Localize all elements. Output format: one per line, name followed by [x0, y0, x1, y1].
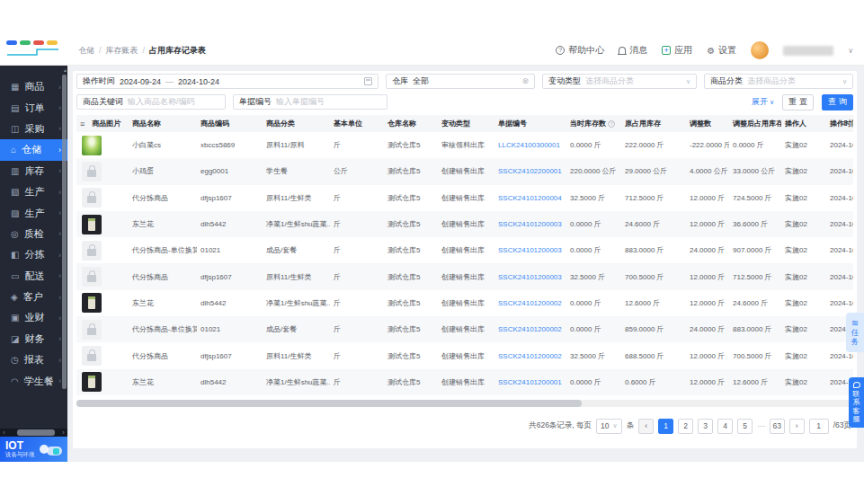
- sidebar-item-label: 生产: [24, 185, 44, 199]
- sidebar-scrollbar[interactable]: [62, 75, 67, 389]
- sidebar-item-delivery[interactable]: ▭配送›: [0, 266, 67, 287]
- hscroll-thumb[interactable]: [17, 429, 55, 436]
- settings-button[interactable]: ⚙ 设置: [707, 44, 736, 57]
- page-button[interactable]: 63: [770, 419, 785, 434]
- tasks-widget[interactable]: ≋ 任务: [846, 313, 864, 352]
- cell-name: 代分拣商品-单位换算: [129, 245, 197, 255]
- product-image: [82, 346, 102, 366]
- cell-cat: 原料11/生鲜类: [263, 272, 330, 282]
- reset-button[interactable]: 重置: [782, 94, 814, 111]
- avatar[interactable]: [751, 41, 769, 59]
- cell-cur: 0.0000 斤: [566, 298, 621, 308]
- cell-after: 0.0000 斤: [729, 140, 781, 150]
- sidebar-scroll-up-icon[interactable]: ▴: [64, 66, 67, 73]
- sidebar-item-quality[interactable]: ◎质检›: [0, 224, 67, 244]
- apps-button[interactable]: + 应用: [662, 44, 692, 57]
- sidebar-item-production[interactable]: ▧生产›: [0, 181, 67, 202]
- calendar-icon[interactable]: [364, 77, 372, 85]
- sidebar-item-sorting[interactable]: ◧分拣›: [0, 244, 67, 265]
- doc-number-link[interactable]: SSCK24101200002: [494, 299, 566, 307]
- doc-number-link[interactable]: SSCK24101200004: [494, 194, 566, 202]
- sidebar-hscrollbar[interactable]: ‹ ›: [0, 429, 67, 437]
- breadcrumb-item[interactable]: 仓储: [78, 45, 94, 57]
- cell-cur: 32.5000 斤: [566, 193, 621, 203]
- cell-after: 36.6000 斤: [729, 219, 781, 229]
- sidebar-item-label: 质检: [24, 227, 44, 241]
- sidebar-item-finance[interactable]: ◪财务›: [0, 329, 67, 349]
- page-size-select[interactable]: 10 ∨: [596, 419, 622, 434]
- cell-adj: 24.0000 斤: [686, 324, 729, 334]
- next-page-button[interactable]: ›: [789, 419, 805, 434]
- sidebar-item-business-finance[interactable]: ▣业财›: [0, 307, 67, 328]
- app-window: 仓储/库存账表/占用库存记录表 ? 帮助中心 消息 + 应用 ⚙ 设置 ∨: [0, 36, 864, 462]
- doc-number-link[interactable]: SSCK24101200002: [494, 325, 566, 333]
- category-filter[interactable]: 商品分类 选择商品分类 ∨: [704, 74, 853, 89]
- breadcrumb-separator: /: [143, 46, 146, 55]
- page-button[interactable]: 5: [737, 419, 753, 434]
- scroll-right-icon[interactable]: ›: [59, 429, 67, 436]
- product-image: [82, 162, 102, 181]
- cell-op: 实施02: [781, 298, 826, 308]
- keyword-filter[interactable]: 商品关键词 输入商品名称/编码: [76, 94, 226, 110]
- sidebar-item-orders[interactable]: ▤订单›: [0, 97, 67, 118]
- doc-number-link[interactable]: SSCK24101200003: [494, 246, 566, 254]
- doc-number-link[interactable]: SSCK24101200001: [494, 378, 566, 386]
- column-header: 基本单位: [330, 119, 384, 128]
- sidebar-item-reports[interactable]: ◷报表›: [0, 349, 67, 370]
- cell-time: 2024-10-2: [826, 167, 853, 175]
- doc-number-link[interactable]: SSCK24101200003: [494, 273, 566, 281]
- doc-number-link[interactable]: LLCK24100300001: [494, 141, 566, 149]
- doc-number-link[interactable]: SSCK24101200003: [494, 220, 566, 228]
- sidebar-item-production-2[interactable]: ▨生产›: [0, 202, 67, 223]
- sidebar-item-customers[interactable]: ◈客户›: [0, 287, 67, 307]
- cell-cat: 成品/套餐: [263, 324, 330, 334]
- settings-label: 设置: [718, 44, 736, 57]
- page-button[interactable]: 4: [717, 419, 733, 434]
- cell-img: [76, 136, 129, 155]
- expand-link[interactable]: 展开 ∨: [752, 96, 774, 108]
- contact-service-widget[interactable]: 联系客服: [849, 377, 864, 428]
- page-button[interactable]: 1: [658, 419, 673, 434]
- warehouse-filter[interactable]: 仓库 全部 ⊗: [386, 74, 535, 89]
- sidebar-item-products[interactable]: ▦商品›: [0, 76, 67, 97]
- cell-unit: 斤: [330, 245, 384, 255]
- docno-filter[interactable]: 单据编号 输入单据编号: [233, 94, 387, 110]
- doc-number-link[interactable]: SSCK24102200001: [494, 167, 566, 175]
- cell-cur: 0.0000 斤: [566, 219, 621, 229]
- clear-icon[interactable]: ⊗: [521, 77, 529, 85]
- cell-wh: 测试仓库5: [384, 166, 438, 176]
- table-scrollbar[interactable]: [76, 400, 853, 407]
- sidebar-item-label: 报表: [24, 353, 44, 367]
- page-button[interactable]: 2: [678, 419, 693, 434]
- table-row: 代分拣商品dfjsp1607原料11/生鲜类斤测试仓库5创建销售出库SSCK24…: [76, 185, 853, 211]
- change-type-filter[interactable]: 变动类型 选择商品分类 ∨: [542, 74, 697, 89]
- cell-wh: 测试仓库5: [384, 272, 438, 282]
- doc-number-link[interactable]: SSCK24101200002: [494, 352, 566, 360]
- date-range-filter[interactable]: 操作时间 2024-09-24 — 2024-10-24: [76, 74, 379, 89]
- sidebar-item-inventory[interactable]: ▥库存›: [0, 161, 67, 181]
- table-scrollbar-thumb[interactable]: [76, 400, 582, 407]
- prev-page-button[interactable]: ‹: [638, 419, 654, 434]
- messages-button[interactable]: 消息: [619, 44, 647, 57]
- column-header-label: 商品图片: [92, 119, 120, 128]
- cell-wh: 测试仓库5: [384, 377, 438, 387]
- page-button[interactable]: 3: [698, 419, 713, 434]
- iot-banner[interactable]: IOT 设备与环境: [0, 437, 67, 462]
- table-row: 东兰花dlh5442净菜1/生鲜shu蔬菜...斤测试仓库5创建销售出库SSCK…: [76, 211, 853, 237]
- page-size-value: 10: [601, 421, 609, 430]
- search-button[interactable]: 查询: [822, 94, 853, 111]
- cell-cur: 0.0000 斤: [566, 245, 621, 255]
- sidebar-item-label: 学生餐: [24, 375, 54, 388]
- cell-time: 2024-10-1: [826, 299, 853, 307]
- user-menu-caret-icon[interactable]: ∨: [848, 47, 853, 55]
- page-jump-input[interactable]: 1: [809, 419, 829, 434]
- column-settings-icon[interactable]: ≡: [80, 119, 85, 128]
- breadcrumb-item[interactable]: 库存账表: [106, 45, 138, 57]
- sidebar-item-student-meals[interactable]: ◠学生餐›: [0, 370, 67, 391]
- scroll-left-icon[interactable]: ‹: [0, 429, 8, 436]
- sidebar-item-purchasing[interactable]: ◫采购›: [0, 119, 67, 139]
- cell-img: [76, 241, 129, 261]
- help-center-button[interactable]: ? 帮助中心: [556, 44, 604, 57]
- sidebar-item-warehouse[interactable]: ⌂仓储›: [0, 139, 67, 160]
- cell-name: 小鸡蛋: [129, 166, 197, 176]
